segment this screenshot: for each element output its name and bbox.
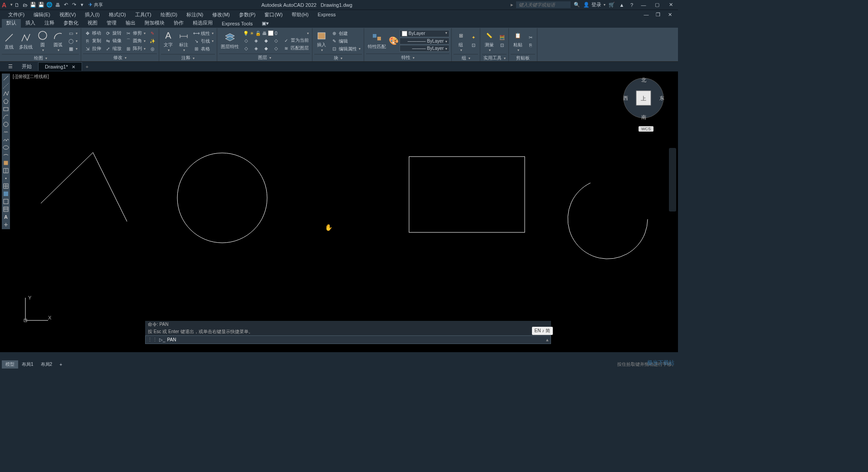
match-props-button[interactable]: 特性匹配: [366, 31, 388, 51]
util-tool-1[interactable]: 🧮: [497, 34, 507, 41]
dimension-button[interactable]: 标注▾: [176, 29, 191, 53]
ribbon-tab-manage[interactable]: 管理: [102, 18, 121, 28]
util-tool-2[interactable]: ⊡: [497, 41, 507, 49]
layer-props-button[interactable]: 图层特性: [219, 31, 241, 51]
redo-icon[interactable]: ↷: [70, 1, 78, 9]
ellipse-button[interactable]: ◯▾: [66, 38, 79, 45]
cmd-expand-icon[interactable]: ▴: [546, 337, 549, 343]
model-tab[interactable]: 模型: [2, 360, 18, 369]
tb-xline-icon[interactable]: [2, 82, 10, 89]
qat-dropdown-icon[interactable]: ▾: [78, 1, 86, 9]
save-icon[interactable]: 💾: [29, 1, 37, 9]
tb-arc-icon[interactable]: [2, 113, 10, 120]
menu-help[interactable]: 帮助(H): [287, 10, 313, 19]
paste-button[interactable]: 📋 粘贴▾: [511, 29, 525, 53]
tab-start[interactable]: 开始: [15, 62, 38, 71]
tb-block-icon[interactable]: [2, 167, 10, 174]
linetype-select[interactable]: ——— ByLayer ▾: [400, 45, 449, 52]
search-caret-icon[interactable]: ▸: [511, 2, 513, 8]
new-icon[interactable]: 🗋: [13, 1, 20, 9]
tb-ellarc-icon[interactable]: [2, 152, 10, 159]
ribbon-tab-view[interactable]: 视图: [83, 18, 102, 28]
doc-restore-button[interactable]: ❐: [653, 10, 663, 19]
leader-button[interactable]: ↘引线▾: [192, 38, 215, 45]
tb-rect-icon[interactable]: [2, 105, 10, 113]
ribbon-tab-default[interactable]: 默认: [2, 18, 21, 28]
color-wheel-icon[interactable]: 🎨: [389, 36, 399, 46]
tab-nav-icon[interactable]: ☰: [5, 64, 15, 69]
text-button[interactable]: A 文字▾: [161, 29, 176, 53]
menu-insert[interactable]: 插入(I): [80, 10, 104, 19]
doc-minimize-button[interactable]: —: [641, 10, 652, 19]
measure-button[interactable]: 📏 测量▾: [482, 29, 497, 53]
tb-revcloud-icon[interactable]: [2, 128, 10, 136]
trim-button[interactable]: ✂修剪▾: [124, 30, 147, 37]
panel-expand-icon[interactable]: ▾: [413, 56, 414, 60]
command-input[interactable]: ⋮⋮ ▷_ PAN ▴: [145, 335, 551, 344]
menu-draw[interactable]: 绘图(D): [156, 10, 182, 19]
copy-clip-button[interactable]: ⎘: [526, 41, 535, 49]
login-button[interactable]: 👤 登录 ▾: [583, 1, 605, 8]
stretch-button[interactable]: ⇲拉伸: [83, 45, 102, 52]
panel-expand-icon[interactable]: ▾: [125, 56, 127, 60]
mirror-button[interactable]: ⇋镜像: [103, 37, 123, 44]
ribbon-tab-addins[interactable]: 附加模块: [140, 18, 169, 28]
tb-line-icon[interactable]: [2, 74, 10, 82]
app-menu-dropdown[interactable]: ▼: [10, 3, 13, 7]
plot-icon[interactable]: 🖶: [54, 1, 61, 9]
saveas-icon[interactable]: 💾: [38, 1, 45, 9]
move-button[interactable]: ✥移动: [83, 30, 102, 37]
offset-button[interactable]: ◎: [148, 45, 157, 52]
cart-icon[interactable]: 🛒: [608, 1, 615, 9]
layer-tool-4[interactable]: ◇: [272, 37, 281, 44]
edit-block-button[interactable]: ✎编辑: [330, 38, 362, 45]
menu-express[interactable]: Express: [313, 11, 340, 18]
menu-window[interactable]: 窗口(W): [260, 10, 287, 19]
tb-addselected-icon[interactable]: [2, 221, 10, 228]
autodesk-icon[interactable]: ▲: [618, 1, 625, 9]
layout2-tab[interactable]: 布局2: [37, 360, 56, 369]
tb-point-icon[interactable]: [2, 175, 10, 182]
wcs-badge[interactable]: WCS: [639, 126, 653, 132]
match-layer-button[interactable]: ≋匹配图层: [282, 44, 310, 52]
tb-mtext-icon[interactable]: A: [2, 213, 10, 221]
search-input[interactable]: [516, 1, 571, 8]
rect-button[interactable]: ▭▾: [66, 30, 79, 37]
layer-tool-2[interactable]: ◈: [252, 37, 261, 44]
doc-close-button[interactable]: ✕: [664, 10, 675, 19]
explode-button[interactable]: ✨: [148, 37, 157, 44]
open-icon[interactable]: 🗁: [21, 1, 29, 9]
menu-view[interactable]: 视图(V): [55, 10, 81, 19]
insert-block-button[interactable]: 插入▾: [314, 29, 329, 53]
layout1-tab[interactable]: 布局1: [18, 360, 37, 369]
layer-tool-6[interactable]: ◈: [252, 44, 261, 52]
maximize-button[interactable]: ▢: [652, 1, 663, 9]
panel-expand-icon[interactable]: ▾: [193, 56, 195, 60]
cmd-handle-icon[interactable]: ⋮⋮: [147, 337, 157, 343]
tab-close-icon[interactable]: ✕: [72, 64, 75, 69]
linear-button[interactable]: ⟷线性▾: [192, 30, 215, 37]
panel-expand-icon[interactable]: ▾: [45, 56, 47, 60]
array-button[interactable]: ⊞阵列▾: [124, 45, 147, 52]
tb-insert-icon[interactable]: [2, 159, 10, 167]
share-label[interactable]: 共享: [94, 2, 103, 8]
layer-tool-5[interactable]: ◇: [242, 44, 251, 52]
erase-button[interactable]: ✎: [148, 30, 157, 37]
tab-drawing1[interactable]: Drawing1*✕: [38, 62, 82, 71]
share-icon[interactable]: ✈: [87, 1, 94, 9]
menu-format[interactable]: 格式(O): [104, 10, 131, 19]
table-button[interactable]: ⊞表格: [192, 45, 215, 53]
circle-button[interactable]: 圆▾: [35, 29, 50, 53]
tb-spline-icon[interactable]: [2, 136, 10, 143]
menu-dim[interactable]: 标注(N): [182, 10, 208, 19]
arc-button[interactable]: 圆弧▾: [51, 29, 65, 53]
search-icon[interactable]: 🔍: [573, 1, 580, 9]
tb-region-icon[interactable]: [2, 198, 10, 205]
minimize-button[interactable]: —: [638, 1, 649, 9]
edit-attr-button[interactable]: ⊡编辑属性▾: [330, 45, 362, 53]
tb-hatch-icon[interactable]: [2, 182, 10, 190]
create-block-button[interactable]: ⊕创建: [330, 30, 362, 37]
navigation-bar[interactable]: [669, 148, 676, 211]
group-tool-1[interactable]: ✦: [469, 34, 478, 41]
viewport-label[interactable]: [-][俯视][二维线框]: [13, 74, 49, 80]
